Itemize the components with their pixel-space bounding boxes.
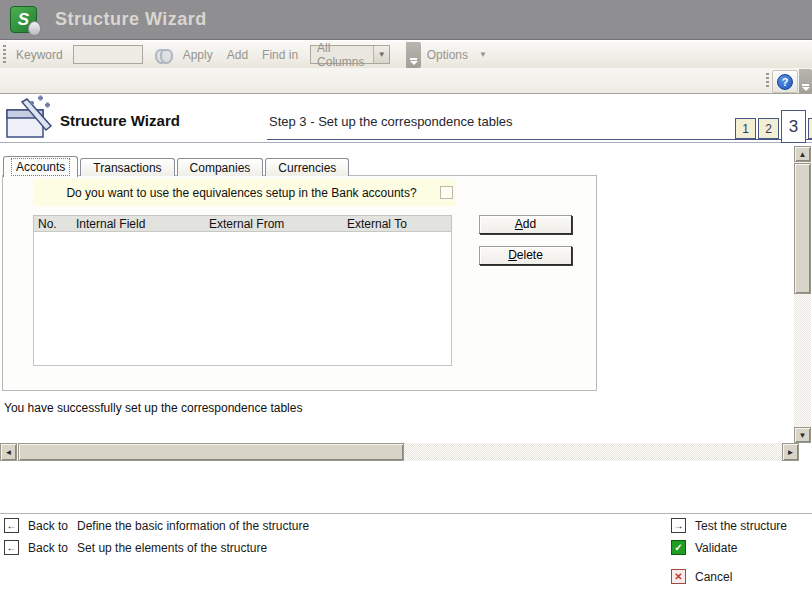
equivalences-checkbox[interactable] — [440, 186, 453, 199]
tab-accounts[interactable]: Accounts — [3, 156, 78, 177]
wizard-header: Structure Wizard Step 3 - Set up the cor… — [0, 94, 812, 143]
column-header-no[interactable]: No. — [34, 216, 72, 231]
equivalences-question-label: Do you want to use the equivalences setu… — [66, 186, 416, 200]
help-icon: ? — [777, 74, 793, 90]
step-indicator-2[interactable]: 2 — [758, 118, 779, 139]
back-link-basic-information[interactable]: ← Back to Define the basic information o… — [4, 518, 309, 533]
overflow-arrow-icon — [802, 87, 810, 91]
keyword-label: Keyword — [16, 48, 63, 62]
columns-dropdown[interactable]: All Columns ▼ — [310, 45, 390, 64]
step-indicator-4[interactable]: 4 — [808, 118, 812, 139]
tab-strip: Accounts Transactions Companies Currenci… — [3, 155, 351, 176]
delete-button-accesskey: D — [508, 248, 517, 262]
tab-companies-label: Companies — [190, 161, 251, 175]
cancel-link[interactable]: ✕ Cancel — [671, 569, 732, 584]
help-toolbar-overflow-button[interactable] — [799, 69, 812, 94]
accounts-tab-panel: Do you want to use the equivalences setu… — [2, 175, 597, 391]
tab-accounts-label: Accounts — [12, 159, 69, 175]
back-prefix: Back to — [28, 541, 68, 555]
delete-button-label: elete — [517, 248, 543, 262]
apply-button[interactable]: Apply — [183, 48, 213, 62]
back-arrow-icon: ← — [4, 518, 19, 533]
mouse-overlay-icon — [28, 21, 41, 36]
help-toolbar — [0, 68, 812, 94]
overflow-bar-icon — [802, 84, 809, 86]
scroll-up-icon[interactable]: ▲ — [794, 146, 811, 162]
wizard-title: Structure Wizard — [60, 112, 180, 129]
find-in-label: Find in — [262, 48, 298, 62]
app-logo-icon: S — [10, 6, 37, 33]
equivalences-question-band: Do you want to use the equivalences setu… — [33, 179, 456, 206]
test-structure-label: Test the structure — [695, 519, 787, 533]
tab-transactions-label: Transactions — [93, 161, 161, 175]
wizard-icon — [5, 95, 57, 141]
help-button[interactable]: ? — [772, 70, 798, 93]
validate-link[interactable]: ✓ Validate — [671, 540, 737, 555]
structure-wizard-window: { "window": { "title": "Structure Wizard… — [0, 0, 812, 598]
correspondence-table-header: No. Internal Field External From Externa… — [34, 216, 451, 232]
columns-dropdown-value: All Columns — [311, 41, 373, 69]
overflow-bar-icon — [410, 58, 417, 60]
back-link-basic-information-label: Define the basic information of the stru… — [77, 519, 309, 533]
step-caption: Step 3 - Set up the correspondence table… — [269, 114, 513, 129]
vertical-scrollbar[interactable]: ▲ ▼ — [794, 146, 811, 443]
help-toolbar-grip-handle[interactable] — [766, 73, 769, 89]
column-header-external-to[interactable]: External To — [343, 216, 451, 231]
back-arrow-icon: ← — [4, 540, 19, 555]
window-title: Structure Wizard — [55, 9, 207, 30]
tab-companies[interactable]: Companies — [177, 158, 264, 176]
back-link-elements-label: Set up the elements of the structure — [77, 541, 267, 555]
scroll-right-icon[interactable]: ► — [782, 443, 799, 461]
cancel-label: Cancel — [695, 570, 732, 584]
title-bar: S Structure Wizard — [0, 0, 812, 40]
step-underline — [267, 139, 812, 140]
add-filter-button[interactable]: Add — [227, 48, 248, 62]
binoculars-icon — [155, 49, 173, 61]
tab-currencies[interactable]: Currencies — [265, 158, 349, 176]
forward-arrow-icon: → — [671, 518, 686, 533]
validate-check-icon: ✓ — [671, 540, 686, 555]
scroll-left-icon[interactable]: ◄ — [0, 443, 17, 461]
column-header-internal-field[interactable]: Internal Field — [72, 216, 205, 231]
tab-transactions[interactable]: Transactions — [80, 158, 174, 176]
cancel-x-icon: ✕ — [671, 569, 686, 584]
add-button-accesskey: A — [515, 217, 523, 231]
validate-label: Validate — [695, 541, 737, 555]
keyword-input[interactable] — [73, 45, 143, 64]
scroll-down-icon[interactable]: ▼ — [794, 427, 811, 443]
add-button[interactable]: Add — [479, 215, 572, 234]
correspondence-table[interactable]: No. Internal Field External From Externa… — [33, 215, 452, 366]
delete-button[interactable]: Delete — [479, 246, 572, 265]
chevron-down-icon[interactable]: ▼ — [373, 46, 389, 63]
vertical-scrollbar-thumb[interactable] — [794, 163, 811, 294]
toolbar-overflow-button[interactable] — [406, 42, 421, 68]
options-caret-icon: ▼ — [479, 50, 487, 59]
step-indicator-1[interactable]: 1 — [735, 118, 756, 139]
back-prefix: Back to — [28, 519, 68, 533]
test-structure-link[interactable]: → Test the structure — [671, 518, 787, 533]
horizontal-scrollbar[interactable]: ◄ ► — [0, 443, 799, 461]
status-message: You have successfully set up the corresp… — [4, 401, 302, 415]
toolbar-grip-handle[interactable] — [3, 45, 6, 65]
options-button[interactable]: Options — [427, 48, 468, 62]
horizontal-scrollbar-thumb[interactable] — [18, 443, 404, 461]
tab-currencies-label: Currencies — [278, 161, 336, 175]
footer-divider — [0, 513, 812, 514]
add-button-label: dd — [523, 217, 536, 231]
column-header-external-from[interactable]: External From — [205, 216, 343, 231]
back-link-elements[interactable]: ← Back to Set up the elements of the str… — [4, 540, 267, 555]
overflow-arrow-icon — [410, 61, 418, 65]
step-indicator-3-active[interactable]: 3 — [781, 110, 806, 143]
